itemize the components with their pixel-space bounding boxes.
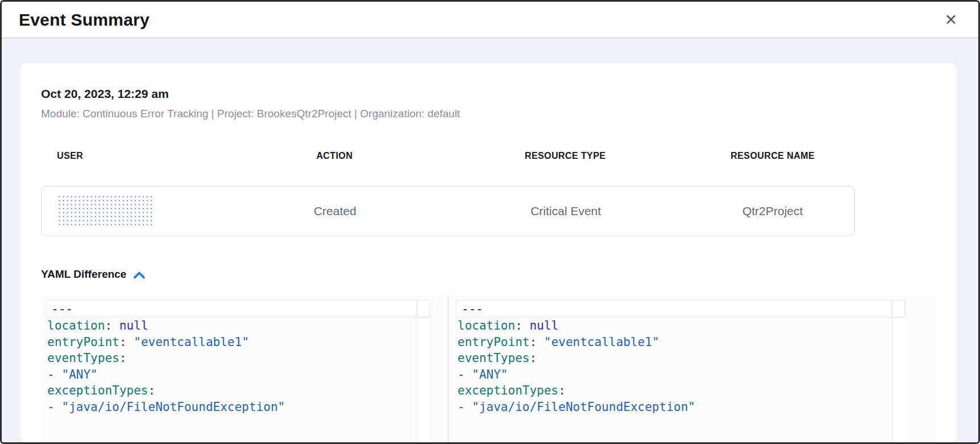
audit-table-header-row: USER ACTION RESOURCE TYPE RESOURCE NAME	[41, 151, 855, 161]
code-line: exceptionTypes:	[46, 383, 448, 399]
column-header-action: ACTION	[229, 151, 440, 161]
code-line: entryPoint: "eventcallable1"	[456, 334, 936, 351]
code-line: - "java/io/FileNotFoundException"	[46, 399, 448, 416]
code-line: location: null	[456, 318, 936, 334]
action-cell: Created	[230, 204, 440, 218]
yaml-doc-separator: ---	[51, 302, 73, 316]
code-line: exceptionTypes:	[456, 383, 936, 399]
code-line: location: null	[46, 318, 448, 334]
resource-type-cell: Critical Event	[440, 204, 691, 218]
code-line: - "java/io/FileNotFoundException"	[456, 399, 936, 416]
code-line: entryPoint: "eventcallable1"	[46, 334, 448, 351]
diff-first-line-box: ---	[456, 300, 905, 318]
yaml-pane-left[interactable]: ---location: nullentryPoint: "eventcalla…	[41, 295, 448, 442]
user-redacted-pattern	[58, 195, 154, 228]
yaml-doc-separator: ---	[462, 302, 483, 316]
close-button[interactable]: ✕	[941, 10, 961, 30]
code-line: - "ANY"	[456, 367, 936, 383]
event-timestamp: Oct 20, 2023, 12:29 am	[41, 87, 936, 101]
column-header-resource-type: RESOURCE TYPE	[440, 151, 691, 161]
event-card: Oct 20, 2023, 12:29 am Module: Continuou…	[21, 63, 957, 442]
event-table-row: Created Critical Event Qtr2Project	[41, 186, 855, 236]
column-header-resource-name: RESOURCE NAME	[691, 151, 855, 161]
diff-scrollbar-gutter[interactable]	[892, 301, 904, 317]
yaml-pane-right[interactable]: ---location: nullentryPoint: "eventcalla…	[448, 295, 936, 442]
chevron-up-icon	[133, 271, 145, 279]
code-line: eventTypes:	[46, 350, 448, 367]
column-header-user: USER	[41, 151, 229, 161]
diff-first-line-box: ---	[46, 300, 430, 318]
yaml-difference-label: YAML Difference	[41, 268, 126, 281]
code-line: - "ANY"	[46, 367, 448, 383]
event-meta: Module: Continuous Error Tracking | Proj…	[41, 108, 936, 120]
event-summary-modal: Event Summary ✕ Oct 20, 2023, 12:29 am M…	[0, 0, 980, 444]
close-icon: ✕	[945, 12, 958, 27]
yaml-difference-toggle[interactable]: YAML Difference	[41, 268, 145, 281]
yaml-diff-container: ---location: nullentryPoint: "eventcalla…	[41, 295, 936, 442]
resource-name-cell: Qtr2Project	[691, 204, 854, 218]
code-line: eventTypes:	[456, 350, 936, 367]
diff-scrollbar-gutter[interactable]	[416, 301, 429, 317]
modal-header: Event Summary ✕	[2, 2, 978, 38]
modal-body: Oct 20, 2023, 12:29 am Module: Continuou…	[2, 38, 978, 442]
modal-title: Event Summary	[19, 10, 149, 30]
user-cell	[42, 195, 230, 228]
